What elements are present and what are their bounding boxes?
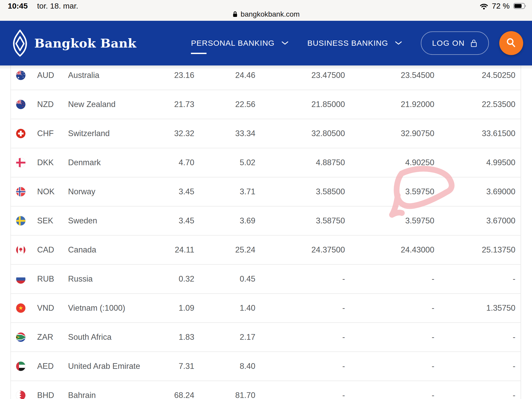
search-button[interactable] bbox=[499, 31, 523, 55]
address-bar[interactable]: bangkokbank.com bbox=[0, 8, 532, 21]
currency-country: South Africa bbox=[68, 332, 153, 342]
denmark-flag-icon bbox=[16, 158, 25, 167]
nav-business-banking-label: BUSINESS BANKING bbox=[307, 39, 388, 48]
currency-code: AUD bbox=[37, 71, 66, 80]
currency-code: NZD bbox=[37, 100, 66, 109]
search-icon bbox=[505, 37, 517, 49]
lock-icon bbox=[232, 11, 238, 18]
rate-row-sek: SEK Sweden 3.45 3.69 3.58750 3.59750 3.6… bbox=[11, 207, 521, 236]
lotus-icon bbox=[11, 29, 29, 57]
currency-country: Vietnam (:1000) bbox=[68, 303, 153, 313]
rate-selling: - bbox=[434, 274, 515, 284]
currency-country: Norway bbox=[68, 187, 153, 196]
rate-buying-transfer: - bbox=[345, 303, 434, 313]
rate-buying-sight: - bbox=[255, 391, 345, 399]
new-zealand-flag-icon bbox=[16, 100, 25, 109]
rate-buying-transfer: 21.92000 bbox=[345, 100, 434, 109]
rate-buying-transfer: 3.59750 bbox=[345, 216, 434, 225]
rate-buying-transfer: 4.90250 bbox=[345, 158, 434, 167]
canada-flag-icon bbox=[16, 245, 25, 255]
vietnam-flag-icon bbox=[16, 303, 25, 313]
active-nav-underline bbox=[191, 53, 207, 54]
rate-buying-transfer: 23.54500 bbox=[345, 71, 434, 80]
rate-selling: - bbox=[434, 332, 515, 342]
brand-name: Bangkok Bank bbox=[34, 36, 136, 50]
currency-code: BHD bbox=[37, 391, 66, 399]
rate-buying-transfer: - bbox=[345, 332, 434, 342]
currency-country: Canada bbox=[68, 245, 153, 255]
rate-row-rub: RUB Russia 0.32 0.45 - - - bbox=[11, 265, 521, 294]
rate-selling: 4.99500 bbox=[434, 158, 515, 167]
rate-selling: 24.50250 bbox=[434, 71, 515, 80]
rate-buying-sight: 24.37500 bbox=[255, 245, 345, 255]
rate-row-aed: AED United Arab Emirate 7.31 8.40 - - - bbox=[11, 352, 521, 381]
currency-country: New Zealand bbox=[68, 100, 153, 109]
currency-country: Russia bbox=[68, 274, 153, 284]
rate-selling-notes: 2.17 bbox=[194, 332, 255, 342]
rate-buying-transfer: 3.59750 bbox=[345, 187, 434, 196]
rate-selling-notes: 81.70 bbox=[194, 391, 255, 399]
rate-buying-notes: 1.09 bbox=[153, 303, 194, 313]
rate-selling-notes: 1.40 bbox=[194, 303, 255, 313]
nav-personal-banking-label: PERSONAL BANKING bbox=[191, 39, 275, 48]
chevron-down-icon bbox=[281, 41, 289, 45]
currency-country: Bahrain bbox=[68, 391, 153, 399]
rate-row-nok: NOK Norway 3.45 3.71 3.58500 3.59750 3.6… bbox=[11, 177, 521, 207]
rate-buying-transfer: 32.90750 bbox=[345, 129, 434, 138]
rate-buying-notes: 3.45 bbox=[153, 216, 194, 225]
rate-buying-sight: 3.58500 bbox=[255, 187, 345, 196]
rate-selling-notes: 3.71 bbox=[194, 187, 255, 196]
main-nav: PERSONAL BANKING BUSINESS BANKING LOG ON bbox=[191, 21, 532, 65]
log-on-button[interactable]: LOG ON bbox=[421, 31, 489, 55]
rate-buying-transfer: - bbox=[345, 391, 434, 399]
currency-code: AED bbox=[37, 362, 66, 371]
uae-flag-icon bbox=[16, 362, 25, 371]
rate-selling-notes: 0.45 bbox=[194, 274, 255, 284]
rate-buying-notes: 21.73 bbox=[153, 100, 194, 109]
rate-row-zar: ZAR South Africa 1.83 2.17 - - - bbox=[11, 323, 521, 352]
rate-buying-sight: - bbox=[255, 274, 345, 284]
rate-row-nzd: NZD New Zealand 21.73 22.56 21.85000 21.… bbox=[11, 90, 521, 119]
norway-flag-icon bbox=[16, 187, 25, 196]
currency-code: CAD bbox=[37, 245, 66, 255]
status-bar: 10:45 tor. 18. mar. 72 % bangkok bbox=[0, 0, 532, 21]
rate-buying-sight: 23.47500 bbox=[255, 71, 345, 80]
site-header: Bangkok Bank PERSONAL BANKING BUSINESS B… bbox=[0, 21, 532, 65]
rate-selling: 3.67000 bbox=[434, 216, 515, 225]
currency-code: NOK bbox=[37, 187, 66, 196]
nav-personal-banking[interactable]: PERSONAL BANKING bbox=[191, 21, 289, 65]
nav-business-banking[interactable]: BUSINESS BANKING bbox=[307, 21, 402, 65]
australia-flag-icon bbox=[16, 71, 25, 80]
url-text: bangkokbank.com bbox=[241, 10, 300, 18]
rate-selling: - bbox=[434, 391, 515, 399]
south-africa-flag-icon bbox=[16, 332, 25, 342]
rate-buying-sight: 3.58750 bbox=[255, 216, 345, 225]
rate-buying-notes: 23.16 bbox=[153, 71, 194, 80]
currency-country: Switzerland bbox=[68, 129, 153, 138]
rate-buying-sight: 32.80500 bbox=[255, 129, 345, 138]
rate-row-cad: CAD Canada 24.11 25.24 24.37500 24.43000… bbox=[11, 236, 521, 265]
currency-code: SEK bbox=[37, 216, 66, 225]
rate-selling: 33.61500 bbox=[434, 129, 515, 138]
rate-selling: 22.53500 bbox=[434, 100, 515, 109]
rates-table-body: AUD Australia 23.16 24.46 23.47500 23.54… bbox=[11, 61, 521, 399]
currency-code: VND bbox=[37, 303, 66, 313]
currency-country: Sweden bbox=[68, 216, 153, 225]
rate-selling-notes: 5.02 bbox=[194, 158, 255, 167]
currency-code: CHF bbox=[37, 129, 66, 138]
rate-buying-notes: 4.70 bbox=[153, 158, 194, 167]
russia-flag-icon bbox=[16, 274, 25, 284]
rate-selling-notes: 33.34 bbox=[194, 129, 255, 138]
chevron-down-icon bbox=[395, 41, 402, 45]
rate-selling: 25.13750 bbox=[434, 245, 515, 255]
bangkok-bank-logo[interactable]: Bangkok Bank bbox=[11, 29, 136, 57]
rate-buying-transfer: - bbox=[345, 274, 434, 284]
switzerland-flag-icon bbox=[16, 129, 25, 138]
rate-buying-sight: - bbox=[255, 303, 345, 313]
currency-country: Australia bbox=[68, 71, 153, 80]
log-on-label: LOG ON bbox=[432, 39, 465, 48]
currency-country: Denmark bbox=[68, 158, 153, 167]
rate-row-dkk: DKK Denmark 4.70 5.02 4.88750 4.90250 4.… bbox=[11, 148, 521, 177]
rate-buying-notes: 3.45 bbox=[153, 187, 194, 196]
rate-buying-sight: 4.88750 bbox=[255, 158, 345, 167]
